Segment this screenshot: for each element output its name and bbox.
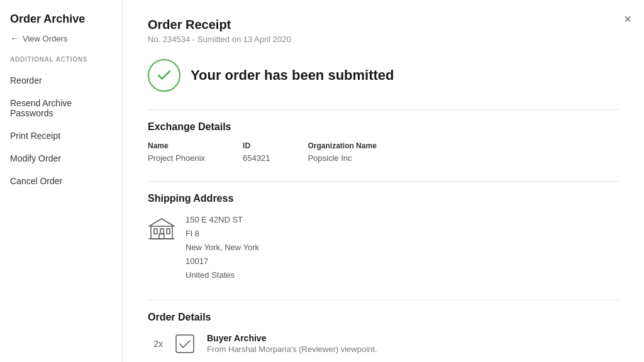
address-text: 150 E 42ND ST Fl 8 New York, New York 10… <box>186 213 259 282</box>
order-details-section: Order Details 2x Buyer ArchiveFrom Harsh… <box>148 312 619 362</box>
address-line4: 10017 <box>186 255 259 268</box>
main-content: × Order Receipt No. 234534 - Sumitted on… <box>123 0 644 362</box>
order-details-title: Order Details <box>148 312 619 323</box>
exchange-grid: Name Project Phoenix ID 654321 Organizat… <box>148 141 619 163</box>
svg-rect-2 <box>160 229 164 234</box>
sidebar-title: Order Archive <box>0 13 122 33</box>
order-name-0: Buyer Archive <box>207 333 377 343</box>
shipping-title: Shipping Address <box>148 193 619 204</box>
id-label: ID <box>243 141 270 150</box>
success-checkmark-circle <box>148 59 180 92</box>
divider-1 <box>148 109 619 110</box>
svg-rect-5 <box>159 234 164 239</box>
shipping-row: 150 E 42ND ST Fl 8 New York, New York 10… <box>148 213 619 282</box>
exchange-name-field: Name Project Phoenix <box>148 141 205 163</box>
name-label: Name <box>148 141 205 150</box>
back-label: View Orders <box>23 34 67 43</box>
org-value: Popsicle Inc <box>308 153 352 163</box>
sidebar-item-cancel-order[interactable]: Cancel Order <box>0 170 122 192</box>
close-button[interactable]: × <box>624 13 631 25</box>
success-banner: Your order has been submitted <box>148 59 619 92</box>
sidebar-item-modify-order[interactable]: Modify Order <box>0 147 122 170</box>
success-message: Your order has been submitted <box>191 67 394 84</box>
name-value: Project Phoenix <box>148 153 205 163</box>
sidebar-section-label: ADDITIONAL ACTIONS <box>0 56 122 69</box>
sidebar-item-print-receipt[interactable]: Print Receipt <box>0 124 122 147</box>
order-qty-0: 2x <box>148 339 163 349</box>
address-line1: 150 E 42ND ST <box>186 213 259 227</box>
sidebar: Order Archive ← View Orders ADDITIONAL A… <box>0 0 123 362</box>
building-icon <box>148 214 175 242</box>
receipt-title: Order Receipt <box>148 18 619 32</box>
receipt-subtitle: No. 234534 - Sumitted on 13 April 2020 <box>148 35 619 44</box>
exchange-details-title: Exchange Details <box>148 121 619 133</box>
id-value: 654321 <box>243 153 270 163</box>
back-arrow-icon: ← <box>10 33 19 43</box>
order-item-0: 2x Buyer ArchiveFrom Harshal Morparia's … <box>148 332 619 356</box>
address-line2: Fl 8 <box>186 227 259 241</box>
svg-rect-3 <box>167 229 170 234</box>
address-line5: United States <box>186 268 259 282</box>
svg-rect-1 <box>154 229 157 234</box>
sidebar-item-resend-passwords[interactable]: Resend Archive Passwords <box>0 92 122 124</box>
sidebar-items: ReorderResend Archive PasswordsPrint Rec… <box>0 69 122 192</box>
exchange-org-field: Organization Name Popsicle Inc <box>308 141 376 163</box>
order-info-0: Buyer ArchiveFrom Harshal Morparia's (Re… <box>207 333 377 354</box>
org-label: Organization Name <box>308 141 376 150</box>
svg-rect-6 <box>176 335 194 353</box>
order-items-list: 2x Buyer ArchiveFrom Harshal Morparia's … <box>148 332 619 362</box>
divider-2 <box>148 181 619 182</box>
checkbox-icon-0 <box>173 332 197 356</box>
order-from-0: From Harshal Morparia's (Reviewer) viewp… <box>207 344 377 354</box>
address-line3: New York, New York <box>186 241 259 255</box>
exchange-details-section: Exchange Details Name Project Phoenix ID… <box>148 121 619 163</box>
exchange-id-field: ID 654321 <box>243 141 270 163</box>
shipping-section: Shipping Address <box>148 193 619 282</box>
sidebar-item-reorder[interactable]: Reorder <box>0 69 122 92</box>
divider-3 <box>148 300 619 300</box>
back-link[interactable]: ← View Orders <box>0 33 122 56</box>
